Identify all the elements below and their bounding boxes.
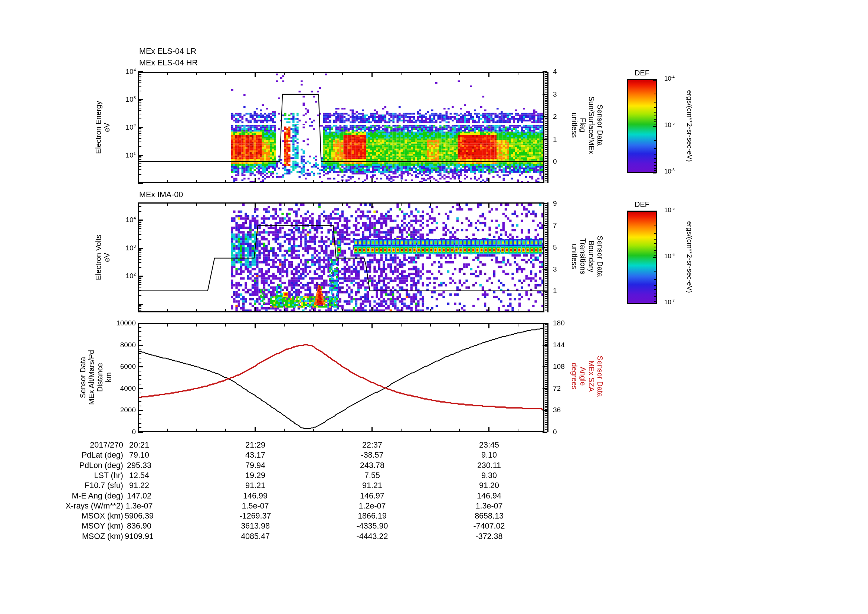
axis-tick — [545, 263, 547, 264]
axis-tick — [654, 279, 656, 280]
axis-tick — [138, 183, 143, 184]
axis-tick — [459, 429, 460, 432]
axis-tick — [138, 166, 141, 167]
time-axis-label: 23:45 — [456, 440, 522, 450]
axis-tick — [518, 429, 518, 432]
axis-tick — [545, 160, 547, 160]
colorbar-ima-units: ergs/(cm**2-sr-sec-eV) — [685, 221, 694, 293]
axis-tick — [545, 129, 547, 130]
axis-tick — [167, 309, 168, 312]
axis-tick — [138, 276, 143, 277]
axis-tick — [545, 107, 547, 108]
axis-tick — [138, 250, 141, 251]
axis-tick — [138, 295, 141, 296]
traj-ytick-label: 10000 — [116, 319, 136, 327]
axis-tick — [138, 419, 141, 420]
axis-tick — [542, 291, 547, 292]
axis-tick — [138, 384, 141, 384]
axis-tick — [545, 167, 547, 168]
axis-tick — [518, 180, 518, 183]
table-cell: -4335.90 — [339, 522, 406, 531]
axis-tick — [545, 382, 547, 383]
axis-tick — [401, 72, 401, 75]
axis-tick — [654, 93, 656, 94]
colorbar-els-tick: 10-5 — [664, 121, 675, 129]
table-cell: 43.17 — [222, 451, 289, 460]
table-cell: -38.57 — [339, 451, 406, 460]
axis-tick — [653, 79, 656, 81]
axis-tick — [545, 145, 547, 146]
axis-tick — [545, 78, 547, 79]
axis-tick — [545, 287, 547, 288]
els-ytick-label: 104 — [126, 68, 136, 76]
axis-tick — [545, 180, 547, 180]
table-cell: 8658.13 — [456, 511, 522, 521]
axis-tick — [545, 173, 547, 174]
table-cell: -7407.02 — [456, 522, 522, 531]
axis-tick — [545, 98, 547, 99]
axis-tick — [225, 180, 226, 183]
axis-tick — [138, 345, 143, 346]
axis-tick — [545, 276, 547, 277]
axis-tick — [654, 148, 656, 149]
axis-tick — [545, 261, 547, 262]
axis-tick — [545, 292, 547, 293]
traj-right-label: Sensor Data MEx SZA Angle degrees — [570, 356, 604, 397]
axis-tick — [545, 333, 547, 334]
axis-tick — [254, 427, 256, 432]
table-cell: 1.5e-07 — [222, 501, 289, 511]
right-tick-label: 72 — [553, 384, 561, 393]
axis-tick — [254, 72, 256, 77]
axis-tick — [545, 300, 547, 300]
axis-tick — [545, 234, 547, 235]
axis-tick — [654, 301, 656, 302]
axis-tick — [138, 349, 141, 350]
table-cell: 19.29 — [222, 471, 289, 480]
right-tick-label: 7 — [553, 221, 557, 230]
axis-tick — [545, 419, 547, 420]
colorbar-els-title: DEF — [635, 69, 649, 77]
axis-tick — [138, 76, 141, 76]
axis-tick — [542, 203, 547, 204]
axis-tick — [545, 131, 547, 132]
axis-tick — [545, 400, 547, 401]
axis-tick — [138, 393, 141, 393]
traj-ytick-label: 2000 — [120, 406, 136, 414]
axis-tick — [545, 353, 547, 354]
cdaweb-mex-plot-page: MEx ELS-04 LR MEx ELS-04 HR MEx IMA-00 E… — [0, 0, 868, 614]
axis-tick — [138, 282, 141, 283]
axis-tick — [138, 130, 141, 131]
axis-tick — [342, 323, 343, 326]
axis-tick — [654, 285, 656, 286]
axis-tick — [138, 252, 141, 253]
axis-tick — [518, 309, 518, 312]
axis-tick — [545, 330, 547, 330]
axis-tick — [545, 402, 547, 403]
traj-ytick-label: 0 — [132, 428, 136, 436]
table-cell: 9.30 — [456, 471, 522, 480]
axis-tick — [138, 327, 141, 328]
axis-tick — [545, 377, 547, 378]
axis-tick — [196, 323, 197, 326]
axis-tick — [545, 216, 547, 216]
axis-tick — [545, 245, 547, 246]
traj-ytick-label: 4000 — [120, 384, 136, 393]
axis-tick — [138, 219, 143, 221]
table-cell: 7.55 — [339, 471, 406, 480]
axis-tick — [138, 414, 141, 415]
colorbar-ima-tick: 10-5 — [664, 207, 675, 215]
axis-tick — [545, 211, 547, 211]
axis-tick — [545, 154, 547, 155]
axis-tick — [138, 259, 141, 260]
axis-tick — [545, 121, 547, 122]
axis-tick — [542, 94, 547, 95]
colorbar-ima-gradient — [628, 212, 656, 303]
axis-tick — [138, 432, 143, 433]
axis-tick — [545, 389, 547, 390]
colorbar-els-gradient — [628, 80, 656, 172]
axis-tick — [342, 309, 343, 312]
axis-tick — [542, 345, 547, 346]
axis-tick — [545, 133, 547, 133]
traj-panel-frame — [138, 323, 544, 432]
axis-tick — [138, 102, 141, 103]
